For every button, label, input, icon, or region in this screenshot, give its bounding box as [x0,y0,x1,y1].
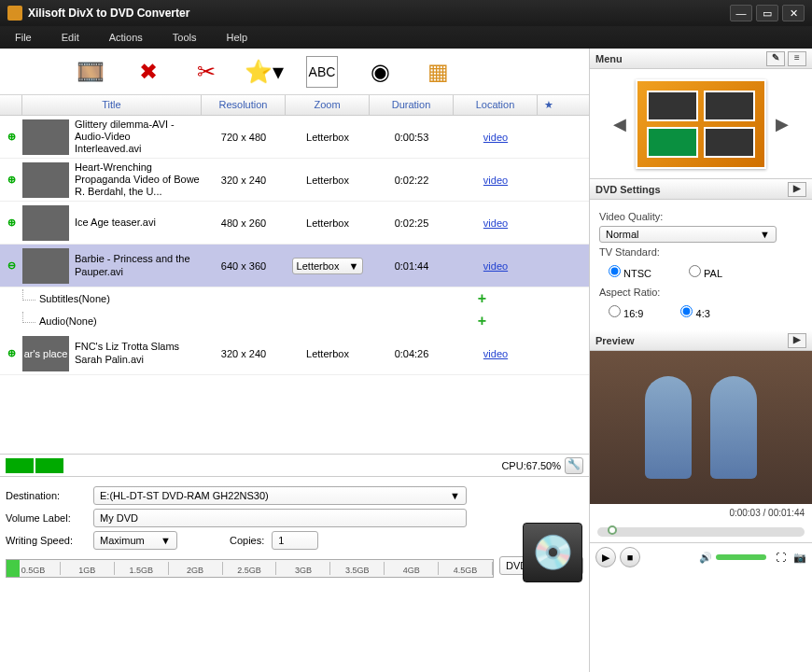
stop-button[interactable]: ■ [620,547,640,567]
maximize-button[interactable]: ▭ [756,5,778,21]
table-row[interactable]: ⊕ ar's place FNC's Liz Trotta Slams Sara… [0,332,589,375]
chevron-down-icon: ▼ [161,535,171,546]
writing-speed-label: Writing Speed: [6,535,86,546]
app-title: Xilisoft DivX to DVD Converter [28,7,726,20]
row-resolution: 720 x 480 [202,132,286,143]
video-link[interactable]: video [483,260,508,272]
preview-video [590,351,812,504]
chevron-down-icon: ▼ [348,260,358,272]
video-link[interactable]: video [483,217,508,229]
dvd-settings-header: DVD Settings ▶ [590,179,812,200]
col-location[interactable]: Location [454,95,538,115]
row-title: Barbie - Princess and the Pauper.avi [73,251,202,279]
thumbnail [22,205,69,241]
add-file-button[interactable]: 🎞️ [75,56,106,88]
titlebar: Xilisoft DivX to DVD Converter — ▭ ✕ [0,0,812,26]
chevron-down-icon: ▼ [450,490,460,501]
menu-list-button[interactable]: ≡ [788,51,806,66]
expand-icon[interactable]: ⊕ [0,347,22,359]
settings-expand-button[interactable]: ▶ [788,182,806,197]
copies-label: Copies: [230,535,264,546]
col-title[interactable]: Title [22,95,202,115]
ntsc-radio[interactable]: NTSC [609,265,651,279]
volume-label-input[interactable] [93,509,467,527]
col-star[interactable]: ★ [538,95,560,115]
preview-expand-button[interactable]: ▶ [788,333,806,348]
burn-button[interactable]: 💿 [523,523,582,582]
menubar: File Edit Actions Tools Help [0,26,812,49]
snapshot-button[interactable]: 📷 [793,552,806,564]
video-link[interactable]: video [483,175,508,186]
video-link[interactable]: video [483,132,508,143]
add-audio-button[interactable]: + [478,313,486,329]
collapse-icon[interactable]: ⊖ [0,259,22,272]
col-resolution[interactable]: Resolution [202,95,286,115]
menu-panel-header: Menu ✎ ≡ [590,49,812,69]
play-button[interactable]: ▶ [595,547,616,567]
table-row[interactable]: ⊕ Glittery dilemma-AVI - Audio-Video Int… [0,116,589,159]
table-row[interactable]: ⊕ Ice Age teaser.avi 480 x 260 Letterbox… [0,202,589,245]
toolbar: 🎞️ ✖ ✂ ⭐▾ ABC ◉ ▦ [0,49,589,95]
subtitle-button[interactable]: ABC [306,56,338,88]
volume-icon[interactable]: 🔊 [699,552,712,564]
table-row[interactable]: ⊕ Heart-Wrenching Propaganda Video of Bo… [0,159,589,202]
copies-input[interactable] [272,531,318,550]
prev-template-button[interactable]: ◀ [609,110,630,138]
row-title: Heart-Wrenching Propaganda Video of Bowe… [73,160,202,201]
expand-icon[interactable]: ⊕ [0,217,22,229]
col-zoom[interactable]: Zoom [286,95,370,115]
volume-slider[interactable] [716,554,766,560]
cut-button[interactable]: ✂ [190,56,222,88]
audio-row: Audio(None) + [0,310,589,332]
menu-edit[interactable]: Edit [54,28,102,47]
thumbnail: ar's place [22,336,69,371]
expand-icon[interactable]: ⊕ [0,174,22,186]
row-location: video [454,132,538,143]
minimize-button[interactable]: — [730,5,752,21]
menu-template-thumb[interactable] [636,79,766,169]
video-quality-label: Video Quality: [599,211,803,222]
pal-radio[interactable]: PAL [689,265,722,279]
row-zoom: Letterbox [286,132,370,143]
menu-tools[interactable]: Tools [165,28,219,47]
row-duration: 0:00:53 [370,132,454,143]
seek-knob[interactable] [608,525,617,535]
delete-button[interactable]: ✖ [133,56,164,88]
writing-speed-select[interactable]: Maximum▼ [93,531,177,550]
row-title: Ice Age teaser.avi [73,215,202,231]
seek-bar[interactable] [597,527,805,537]
next-template-button[interactable]: ▶ [772,110,792,138]
cpu-bar: CPU:67.50% 🔧 [0,454,589,476]
add-subtitle-button[interactable]: + [478,290,486,307]
effects-button[interactable]: ⭐▾ [248,56,280,88]
col-duration[interactable]: Duration [370,95,454,115]
thumbnail [22,119,69,155]
table-header: Title Resolution Zoom Duration Location … [0,95,589,116]
video-link[interactable]: video [483,348,508,359]
edit-menu-button[interactable]: ✎ [766,51,785,66]
aspect-ratio-label: Aspect Ratio: [599,287,803,298]
cpu-settings-button[interactable]: 🔧 [565,457,583,474]
row-title: FNC's Liz Trotta Slams Sarah Palin.avi [73,339,202,367]
table-row[interactable]: ⊖ Barbie - Princess and the Pauper.avi 6… [0,245,589,287]
list-button[interactable]: ▦ [422,56,454,88]
menu-help[interactable]: Help [218,28,270,47]
preview-header: Preview ▶ [590,330,812,351]
thumbnail [22,162,69,198]
fullscreen-button[interactable]: ⛶ [776,552,786,563]
cpu-label: CPU:67.50% [501,460,561,471]
destination-select[interactable]: E:(HL-DT-ST DVD-RAM GH22NS30)▼ [93,486,467,505]
ar-169-radio[interactable]: 16:9 [609,305,643,319]
zoom-dropdown[interactable]: Letterbox▼ [292,258,364,274]
cpu-graph-icon [6,458,34,473]
menu-file[interactable]: File [7,28,54,47]
record-button[interactable]: ◉ [364,56,396,88]
cpu-graph-icon [35,458,63,473]
video-quality-select[interactable]: Normal▼ [599,226,777,243]
preview-controls: ▶ ■ 🔊 ⛶ 📷 [590,542,812,571]
close-button[interactable]: ✕ [782,5,805,21]
menu-actions[interactable]: Actions [102,28,165,47]
ar-43-radio[interactable]: 4:3 [680,305,709,319]
expand-icon[interactable]: ⊕ [0,131,22,143]
volume-label-label: Volume Label: [6,512,86,524]
